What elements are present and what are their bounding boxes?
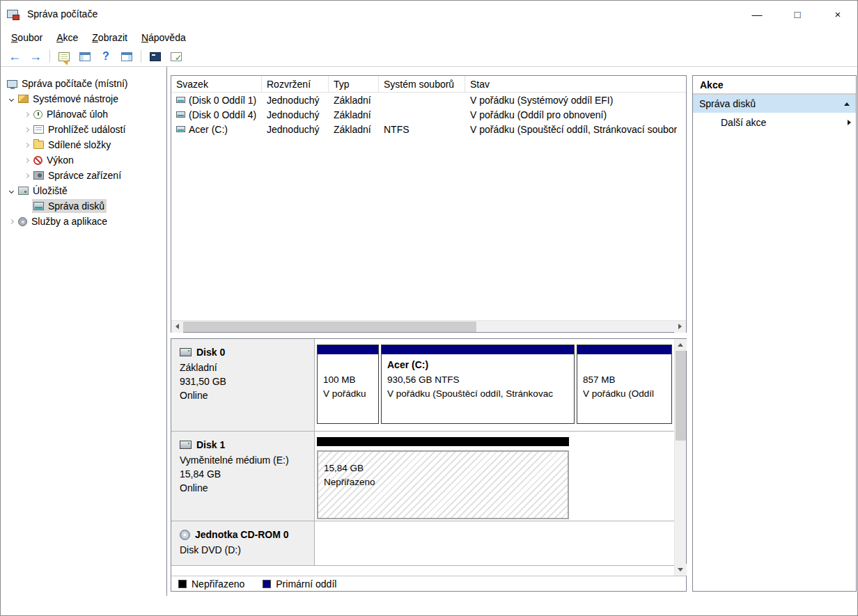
disk-size: 931,50 GB — [180, 374, 307, 388]
column-header-stav[interactable]: Stav — [465, 76, 686, 92]
volume-list-pane: Svazek Rozvržení Typ Systém souborů Stav… — [171, 75, 687, 333]
primary-partition-bar — [318, 345, 378, 354]
collapse-icon[interactable] — [844, 102, 850, 106]
chevron-right-icon[interactable] — [21, 159, 32, 162]
scroll-down-button[interactable] — [675, 564, 687, 576]
disk-name: Jednotka CD-ROM 0 — [195, 529, 289, 540]
legend-primary-partition: Primární oddíl — [263, 578, 336, 590]
scroll-down-icon — [678, 568, 683, 571]
partition-status: V pořádku — [323, 387, 373, 401]
disk-rows: Disk 0 Základní 931,50 GB Online 100 MB — [171, 339, 674, 576]
cell-typ: Základní — [329, 109, 379, 120]
chevron-right-icon[interactable] — [21, 113, 32, 116]
column-header-typ[interactable]: Typ — [329, 76, 379, 92]
tree-item-performance[interactable]: Výkon — [0, 152, 166, 168]
volume-row[interactable]: (Disk 0 Oddíl 1) Jednoduchý Základní V p… — [171, 93, 686, 107]
task-scheduler-icon — [33, 110, 42, 119]
tree-item-device-manager[interactable]: Správce zařízení — [0, 168, 166, 183]
horizontal-scrollbar[interactable] — [171, 320, 686, 332]
shared-folders-icon — [33, 141, 44, 149]
tree-item-disk-management[interactable]: Správa disků — [0, 198, 166, 214]
tree-item-label: Systémové nástroje — [33, 93, 118, 104]
chevron-right-icon[interactable] — [21, 174, 32, 177]
chevron-right-icon[interactable] — [21, 128, 32, 132]
check-disk-button[interactable] — [167, 48, 185, 65]
scrollbar-thumb[interactable] — [183, 322, 476, 332]
export-list-button[interactable] — [55, 48, 73, 65]
actions-group-label: Správa disků — [699, 98, 756, 109]
partition-efi[interactable]: 100 MB V pořádku — [317, 345, 379, 424]
scroll-up-button[interactable] — [675, 339, 687, 351]
cell-svazek: (Disk 0 Oddíl 4) — [189, 109, 256, 120]
tree-item-storage[interactable]: Úložiště — [0, 183, 166, 198]
tree-item-event-viewer[interactable]: Prohlížeč událostí — [0, 122, 166, 137]
tree-item-label: Správce zařízení — [48, 170, 121, 181]
scrollbar-thumb[interactable] — [676, 351, 686, 441]
forward-button[interactable] — [26, 48, 45, 65]
partition-acer-c[interactable]: Acer (C:) 930,56 GB NTFS V pořádku (Spou… — [381, 345, 575, 424]
cell-system-souboru: NTFS — [379, 124, 465, 135]
tree-item-computer-management[interactable]: Správa počítače (místní) — [0, 76, 166, 91]
menu-file[interactable]: Soubor — [4, 30, 49, 45]
unallocated-size: 15,84 GB — [324, 461, 562, 475]
column-header-svazek[interactable]: Svazek — [171, 76, 262, 92]
menu-view[interactable]: Zobrazit — [85, 30, 134, 45]
show-console-tree-button[interactable] — [76, 48, 94, 65]
partition-title — [323, 359, 373, 373]
disk-status: Online — [180, 388, 307, 402]
disk-icon — [180, 348, 192, 356]
tree-item-label: Správa disků — [48, 200, 104, 212]
chevron-down-icon[interactable] — [6, 189, 17, 193]
tree-item-services-applications[interactable]: Služby a aplikace — [0, 214, 166, 229]
maximize-button[interactable]: □ — [777, 0, 818, 28]
forward-icon — [29, 49, 42, 64]
partition-size: 100 MB — [323, 373, 373, 387]
menu-action[interactable]: Akce — [49, 30, 85, 45]
minimize-button[interactable]: — — [737, 0, 777, 28]
disk-size: 15,84 GB — [180, 467, 307, 481]
unallocated-region[interactable]: 15,84 GB Nepřiřazeno — [317, 437, 569, 519]
chevron-right-icon[interactable] — [6, 220, 17, 223]
unallocated-swatch — [178, 580, 187, 588]
unallocated-body[interactable]: 15,84 GB Nepřiřazeno — [317, 450, 569, 519]
legend-label: Primární oddíl — [276, 578, 336, 590]
more-actions-item[interactable]: Další akce — [693, 113, 856, 132]
menu-help[interactable]: Nápověda — [134, 30, 193, 45]
column-header-rozvrzeni[interactable]: Rozvržení — [262, 76, 329, 92]
disk-type: Vyměnitelné médium (E:) — [180, 453, 307, 467]
partition-legend: Nepřiřazeno Primární oddíl — [171, 576, 686, 591]
disk1-info-panel[interactable]: Disk 1 Vyměnitelné médium (E:) 15,84 GB … — [171, 432, 315, 521]
tree-item-label: Úložiště — [33, 185, 68, 196]
partition-recovery[interactable]: 857 MB V pořádku (Oddíl — [577, 345, 672, 424]
center-panel: Svazek Rozvržení Typ Systém souborů Stav… — [167, 67, 689, 596]
tree-item-shared-folders[interactable]: Sdílené složky — [0, 137, 166, 152]
performance-icon — [33, 156, 42, 165]
checkmark-icon — [171, 52, 182, 61]
volume-row[interactable]: (Disk 0 Oddíl 4) Jednoduchý Základní V p… — [171, 107, 686, 122]
vertical-scrollbar[interactable] — [674, 339, 686, 576]
cdrom-info-panel[interactable]: Jednotka CD-ROM 0 Disk DVD (D:) — [171, 521, 315, 565]
chevron-down-icon[interactable] — [6, 97, 17, 101]
cell-typ: Základní — [329, 95, 379, 106]
tree-item-system-tools[interactable]: Systémové nástroje — [0, 91, 166, 106]
disk-name: Disk 0 — [196, 347, 225, 358]
actions-group-disk-management[interactable]: Správa disků — [693, 95, 856, 113]
show-action-pane-button[interactable] — [118, 48, 136, 65]
console-window-button[interactable] — [146, 48, 164, 65]
chevron-right-icon[interactable] — [21, 143, 32, 147]
column-header-system-souboru[interactable]: Systém souborů — [379, 76, 465, 92]
close-button[interactable]: × — [818, 0, 858, 28]
scroll-left-icon — [176, 324, 179, 329]
disk0-info-panel[interactable]: Disk 0 Základní 931,50 GB Online — [171, 339, 315, 431]
scroll-right-button[interactable] — [674, 321, 686, 333]
scroll-left-button[interactable] — [171, 321, 183, 333]
tree-item-task-scheduler[interactable]: Plánovač úloh — [0, 106, 166, 122]
tree-item-label: Sdílené složky — [48, 139, 111, 150]
partition-title — [583, 359, 666, 373]
toolbar-separator — [141, 50, 141, 63]
unallocated-bar — [317, 437, 569, 446]
volume-row[interactable]: Acer (C:) Jednoduchý Základní NTFS V poř… — [171, 122, 686, 136]
disk-icon — [180, 441, 192, 449]
help-button[interactable] — [97, 48, 115, 65]
back-button[interactable] — [6, 48, 24, 65]
